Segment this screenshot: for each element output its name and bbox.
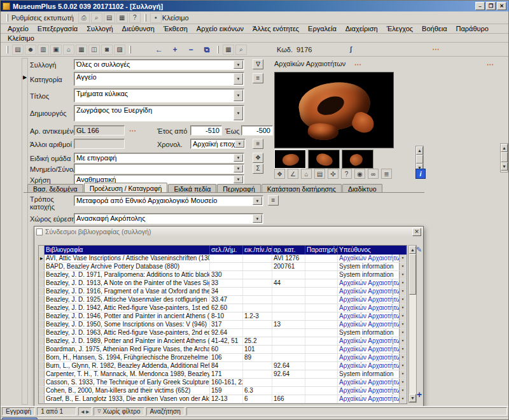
- menu-item[interactable]: Επεξεργασία: [33, 24, 82, 33]
- table-row[interactable]: BAPD, Beazley Archive Pottery Database (…: [39, 263, 407, 271]
- table-row[interactable]: Carpenter, T. H., T. Mannack, M. Mendonc…: [39, 370, 407, 379]
- year-from-field[interactable]: -510: [190, 125, 222, 136]
- cell-responsible[interactable]: Αρχαϊκών Αρχαιοτήτων: [338, 362, 407, 370]
- object-number-field[interactable]: GL 166: [74, 125, 125, 136]
- object-number-ellipsis-icon[interactable]: ⋯: [129, 127, 137, 134]
- cell-responsible[interactable]: System information: [338, 370, 407, 378]
- category-select[interactable]: Αγγείο: [74, 72, 244, 86]
- tab-5[interactable]: Κατάσταση διατήρησης: [261, 184, 342, 193]
- camera-icon[interactable]: ◙: [101, 45, 113, 55]
- menu-item[interactable]: Αρχείο: [3, 24, 33, 33]
- link-icon[interactable]: ∞: [368, 169, 379, 179]
- print-preview-icon[interactable]: ⌕: [91, 13, 102, 23]
- printer-icon[interactable]: ⎙: [78, 13, 90, 23]
- table-row[interactable]: Beazley, J. D. 1946, Potter and Painter …: [39, 312, 407, 321]
- chevron-down-icon[interactable]: [399, 288, 406, 295]
- department-ellipsis-icon[interactable]: ⋯: [354, 61, 362, 68]
- table-row[interactable]: Beazley, J. D. 1989, Potter and Painter …: [39, 337, 407, 346]
- thumbnail-3[interactable]: [342, 150, 373, 169]
- table-row[interactable]: Beazley, J. D. 1963, Attic Red-figure Va…: [39, 329, 407, 337]
- cell-responsible[interactable]: Αρχαϊκών Αρχαιοτήτων: [338, 279, 407, 287]
- prev-record-icon[interactable]: ◂: [81, 408, 84, 415]
- contacts-icon[interactable]: ☻: [25, 45, 36, 55]
- cell-responsible[interactable]: Αρχαϊκών Αρχαιοτήτων: [338, 255, 407, 262]
- chevron-down-icon[interactable]: [234, 60, 243, 69]
- cell-responsible[interactable]: Αρχαϊκών Αρχαιοτήτων: [338, 387, 407, 395]
- table-row[interactable]: Beazley, J. D. 1942, Attic Red-figure Va…: [39, 304, 407, 312]
- chronology-select[interactable]: Αρχαϊκή εποχή: [190, 139, 246, 149]
- cell-responsible[interactable]: System information: [338, 263, 407, 270]
- cell-responsible[interactable]: Αρχαϊκών Αρχαιοτήτων: [338, 288, 407, 295]
- table-row[interactable]: Burn, L., Glynn, R. 1982, Beazley Addend…: [39, 362, 407, 370]
- add-record-icon[interactable]: +: [169, 45, 181, 55]
- menu-item[interactable]: Εργαλεία: [303, 24, 341, 33]
- sort-icon[interactable]: ʃ: [345, 45, 356, 55]
- chevron-down-icon[interactable]: [234, 90, 243, 101]
- chevron-down-icon[interactable]: [399, 271, 406, 279]
- scrollbar-thumb[interactable]: [501, 152, 508, 162]
- menu-item[interactable]: Διαχείριση: [341, 24, 382, 33]
- tab-1[interactable]: Βασ. δεδομένα: [27, 184, 83, 193]
- scrollbar-thumb[interactable]: [409, 254, 416, 295]
- close-window-icon[interactable]: ▪: [150, 13, 162, 23]
- chevron-down-icon[interactable]: [399, 255, 406, 262]
- cell-responsible[interactable]: System information: [338, 271, 407, 279]
- cell-responsible[interactable]: Αρχαϊκών Αρχαιοτήτων: [338, 321, 407, 328]
- scroll-down-icon[interactable]: ▼: [501, 162, 508, 171]
- chronology-thesaurus-button[interactable]: ≡: [253, 139, 263, 149]
- chevron-down-icon[interactable]: [399, 354, 406, 361]
- cell-responsible[interactable]: Αρχαϊκών Αρχαιοτήτων: [338, 304, 407, 312]
- cell-responsible[interactable]: Αρχαϊκών Αρχαιοτήτων: [338, 346, 407, 353]
- menu-item[interactable]: Συλλογή: [82, 24, 117, 33]
- chevron-down-icon[interactable]: [399, 370, 406, 378]
- table-row[interactable]: ▶AVI, Attic Vase Inscriptions / Attische…: [39, 255, 407, 263]
- cell-responsible[interactable]: Αρχαϊκών Αρχαιοτήτων: [338, 379, 407, 386]
- help-icon[interactable]: ?: [129, 13, 141, 23]
- chevron-down-icon[interactable]: [399, 379, 406, 386]
- ownership-thesaurus-button[interactable]: ≡: [268, 195, 279, 206]
- chevron-down-icon[interactable]: [399, 346, 406, 353]
- home-icon[interactable]: ⌂: [63, 45, 74, 55]
- table-scrollbar[interactable]: ▲ ▼: [408, 245, 417, 403]
- tab-2[interactable]: Προέλευση / Καταγραφή: [84, 183, 168, 193]
- more-ellipsis-icon[interactable]: ⋯: [432, 46, 440, 53]
- chevron-down-icon[interactable]: [399, 395, 406, 403]
- form-view-icon[interactable]: ▤: [12, 45, 24, 55]
- chevron-down-icon[interactable]: [399, 321, 406, 328]
- title-field[interactable]: Τμήματα κύλικας: [74, 88, 244, 102]
- menu-item[interactable]: Διεύθυνση: [118, 24, 159, 33]
- table-row[interactable]: Beazley, J. D. 1971, Paralipomena: Addit…: [39, 271, 407, 279]
- creator-field[interactable]: Ζωγράφος του Ευεργίδη: [74, 105, 244, 122]
- table-row[interactable]: Beazley, J. D. 1913, A Note on the Paint…: [39, 279, 407, 288]
- image-edit-icon[interactable]: ❖: [274, 169, 285, 179]
- tab-4[interactable]: Περιγραφή: [217, 184, 261, 193]
- scroll-up-icon[interactable]: ▲: [501, 144, 508, 152]
- menu-item[interactable]: Άλλες ενότητες: [248, 24, 303, 33]
- toolbar-grip[interactable]: [129, 46, 131, 53]
- table-row[interactable]: Cohen, B., 2000, Man-killers and their v…: [39, 387, 407, 395]
- navigate-back-icon[interactable]: ←: [153, 45, 165, 55]
- document-icon[interactable]: ▤: [314, 169, 325, 179]
- panel-ellipsis-icon[interactable]: ⋯: [487, 61, 494, 68]
- eye-icon[interactable]: ◉: [354, 169, 365, 179]
- page-setup-icon[interactable]: ▤: [104, 13, 115, 23]
- scrollbar-thumb[interactable]: [2, 417, 38, 420]
- table-row[interactable]: Born, H., Hansen, S. 1994, Frühgriechisc…: [39, 354, 407, 362]
- add-row-icon[interactable]: +: [417, 391, 422, 398]
- printer-settings-label[interactable]: Ρυθμίσεις εκτυπωτή: [11, 14, 74, 22]
- table-row[interactable]: Graef, B., E. Langlotz 1933, Die antiken…: [39, 395, 407, 403]
- chevron-down-icon[interactable]: [399, 337, 406, 345]
- dialog-close-icon[interactable]: ✕: [412, 228, 421, 236]
- menu-item[interactable]: Κλείσιμο: [3, 34, 39, 43]
- chevron-down-icon[interactable]: [234, 165, 243, 172]
- menu-item[interactable]: Αρχείο εικόνων: [192, 24, 248, 33]
- measure-icon[interactable]: ∠: [288, 169, 298, 179]
- minimize-button[interactable]: –: [475, 2, 485, 10]
- toolbar-grip[interactable]: [217, 46, 219, 53]
- table-row[interactable]: Beazley, J. D. 1916, Fragment of a Vase …: [39, 288, 407, 296]
- close-toolbar-label[interactable]: Κλείσιμο: [162, 14, 189, 22]
- table-row[interactable]: Boardman, J. 1975, Athenian Red Figure V…: [39, 346, 407, 354]
- chevron-down-icon[interactable]: [399, 312, 406, 320]
- copy-record-icon[interactable]: ⧉: [200, 45, 213, 55]
- chevron-down-icon[interactable]: [399, 279, 406, 287]
